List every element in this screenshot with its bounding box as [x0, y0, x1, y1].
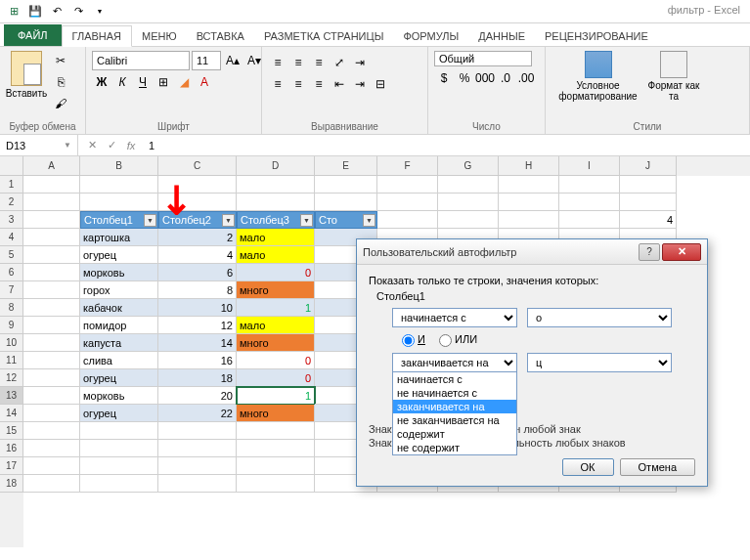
- increase-indent-icon[interactable]: ⇥: [350, 74, 370, 94]
- dropdown-option[interactable]: начинается с: [393, 372, 516, 386]
- cell[interactable]: [315, 176, 377, 194]
- number-format-select[interactable]: [434, 51, 532, 66]
- column-header-H[interactable]: H: [499, 156, 559, 176]
- row-header-9[interactable]: 9: [0, 317, 23, 334]
- data-cell[interactable]: морковь: [80, 387, 158, 405]
- conditional-formatting-button[interactable]: Условное форматирование: [551, 51, 644, 102]
- row-header-14[interactable]: 14: [0, 405, 23, 422]
- cell[interactable]: [559, 194, 620, 211]
- bold-button[interactable]: Ж: [92, 72, 111, 92]
- column-header-G[interactable]: G: [438, 156, 499, 176]
- data-cell[interactable]: 0: [237, 369, 315, 387]
- copy-icon[interactable]: ⎘: [51, 72, 70, 92]
- cell[interactable]: [237, 194, 315, 211]
- align-center-icon[interactable]: ≡: [288, 74, 308, 94]
- tab-home[interactable]: ГЛАВНАЯ: [62, 25, 132, 47]
- cell[interactable]: [80, 194, 158, 211]
- cell[interactable]: [23, 405, 80, 422]
- cell[interactable]: [620, 176, 677, 194]
- orientation-icon[interactable]: ⤢: [330, 53, 349, 72]
- table-header[interactable]: Столбец3▼: [237, 211, 315, 229]
- data-cell[interactable]: много: [237, 334, 315, 352]
- cell[interactable]: [158, 194, 237, 211]
- column-header-F[interactable]: F: [377, 156, 438, 176]
- cell[interactable]: [23, 334, 80, 352]
- data-cell[interactable]: помидор: [80, 317, 158, 334]
- data-cell[interactable]: морковь: [80, 264, 158, 281]
- undo-icon[interactable]: ↶: [47, 2, 66, 22]
- dropdown-option[interactable]: не содержит: [393, 441, 516, 454]
- data-cell[interactable]: огурец: [80, 369, 158, 387]
- cell[interactable]: [23, 422, 80, 440]
- save-icon[interactable]: 💾: [25, 2, 45, 22]
- data-cell[interactable]: огурец: [80, 405, 158, 422]
- row-header-8[interactable]: 8: [0, 299, 23, 317]
- decrease-font-icon[interactable]: A▾: [244, 51, 264, 70]
- row-header-6[interactable]: 6: [0, 264, 23, 281]
- font-color-icon[interactable]: A: [195, 72, 214, 92]
- cell[interactable]: [377, 176, 438, 194]
- currency-icon[interactable]: $: [434, 68, 454, 88]
- cell[interactable]: [80, 457, 158, 475]
- value2-input[interactable]: ц: [527, 353, 672, 372]
- cancel-formula-icon[interactable]: ✕: [82, 139, 102, 151]
- data-cell[interactable]: 0: [237, 264, 315, 281]
- row-header-2[interactable]: 2: [0, 194, 23, 211]
- formula-input[interactable]: 1: [141, 140, 154, 151]
- underline-button[interactable]: Ч: [133, 72, 153, 92]
- row-header-15[interactable]: 15: [0, 422, 23, 440]
- cell[interactable]: [377, 194, 438, 211]
- cell[interactable]: [237, 457, 315, 475]
- dialog-title-bar[interactable]: Пользовательский автофильтр ? ✕: [357, 239, 707, 265]
- increase-decimal-icon[interactable]: .0: [496, 68, 515, 88]
- and-radio[interactable]: И: [402, 333, 425, 347]
- column-header-B[interactable]: B: [80, 156, 158, 176]
- row-header-13[interactable]: 13: [0, 387, 23, 405]
- row-header-4[interactable]: 4: [0, 229, 23, 246]
- cell[interactable]: [237, 475, 315, 493]
- row-header-18[interactable]: 18: [0, 475, 23, 493]
- data-cell[interactable]: капуста: [80, 334, 158, 352]
- cell[interactable]: [23, 369, 80, 387]
- tab-menu[interactable]: МЕНЮ: [132, 26, 187, 46]
- dropdown-option[interactable]: заканчивается на: [393, 400, 516, 413]
- cell[interactable]: [80, 440, 158, 457]
- row-header-7[interactable]: 7: [0, 281, 23, 299]
- tab-formulas[interactable]: ФОРМУЛЫ: [393, 26, 468, 46]
- cell[interactable]: [23, 475, 80, 493]
- tab-file[interactable]: ФАЙЛ: [4, 24, 62, 46]
- redo-icon[interactable]: ↷: [68, 2, 88, 22]
- data-cell[interactable]: 1: [237, 299, 315, 317]
- decrease-indent-icon[interactable]: ⇤: [330, 74, 349, 94]
- tab-insert[interactable]: ВСТАВКА: [187, 26, 254, 46]
- fill-color-icon[interactable]: ◢: [174, 72, 194, 92]
- cut-icon[interactable]: ✂: [51, 51, 70, 70]
- data-cell[interactable]: мало: [237, 317, 315, 334]
- cell[interactable]: [559, 176, 620, 194]
- cell[interactable]: [80, 422, 158, 440]
- column-header-D[interactable]: D: [237, 156, 315, 176]
- cell[interactable]: [23, 281, 80, 299]
- data-cell[interactable]: 12: [158, 317, 237, 334]
- font-size-select[interactable]: [192, 51, 221, 70]
- cell[interactable]: [559, 211, 620, 229]
- cell[interactable]: [237, 440, 315, 457]
- data-cell[interactable]: 14: [158, 334, 237, 352]
- table-header[interactable]: Столбец1▼: [80, 211, 158, 229]
- cell[interactable]: [158, 176, 237, 194]
- row-header-1[interactable]: 1: [0, 176, 23, 194]
- row-header-17[interactable]: 17: [0, 457, 23, 475]
- cell[interactable]: [438, 194, 499, 211]
- data-cell[interactable]: мало: [237, 229, 315, 246]
- cell[interactable]: [499, 176, 559, 194]
- cell[interactable]: [23, 440, 80, 457]
- cell[interactable]: [23, 299, 80, 317]
- name-box[interactable]: D13▼: [0, 135, 78, 155]
- cell[interactable]: [499, 211, 559, 229]
- cell[interactable]: [438, 176, 499, 194]
- row-header-11[interactable]: 11: [0, 352, 23, 369]
- tab-data[interactable]: ДАННЫЕ: [468, 26, 535, 46]
- cell[interactable]: [80, 176, 158, 194]
- data-cell[interactable]: много: [237, 281, 315, 299]
- data-cell[interactable]: 4: [158, 246, 237, 264]
